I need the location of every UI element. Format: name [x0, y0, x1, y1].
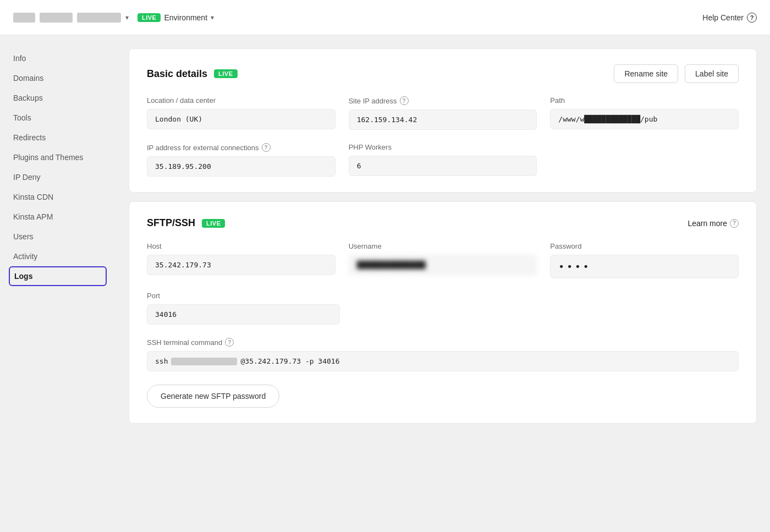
sidebar-item-redirects[interactable]: Redirects [0, 128, 116, 147]
port-label: Port [147, 292, 340, 300]
site-ip-value: 162.159.134.42 [349, 109, 537, 130]
sidebar-item-backups[interactable]: Backups [0, 88, 116, 108]
sidebar-item-users[interactable]: Users [0, 227, 116, 246]
help-center-label: Help Center [702, 13, 744, 22]
environment-selector[interactable]: LIVE Environment ▾ [138, 13, 214, 22]
ssh-command-value: ssh @35.242.179.73 -p 34016 [147, 351, 739, 371]
ssh-command-label: SSH terminal command ? [147, 338, 739, 347]
external-ip-label: IP address for external connections ? [147, 143, 336, 152]
sftp-row3: SSH terminal command ? ssh @35.242.179.7… [147, 338, 739, 371]
topnav-left: ▾ LIVE Environment ▾ [13, 13, 214, 23]
ssh-host-port: @35.242.179.73 -p 34016 [240, 357, 339, 365]
php-workers-field: PHP Workers 6 [349, 143, 537, 177]
sidebar-item-logs[interactable]: Logs [9, 266, 107, 286]
password-dots: •••• [558, 261, 591, 272]
sftp-ssh-card: SFTP/SSH LIVE Learn more ? Host 35.242.1… [129, 201, 757, 424]
site-ip-field: Site IP address ? 162.159.134.42 [349, 96, 537, 130]
external-ip-field: IP address for external connections ? 35… [147, 143, 336, 177]
learn-more-label: Learn more [688, 219, 727, 228]
external-ip-help-icon[interactable]: ? [262, 143, 271, 152]
learn-more-icon: ? [730, 219, 739, 228]
username-field: Username ████████████████ [349, 242, 537, 278]
port-value: 34016 [147, 304, 340, 325]
sftp-row1: Host 35.242.179.73 Username ████████████… [147, 242, 739, 278]
basic-details-live-badge: LIVE [214, 69, 237, 78]
basic-details-header: Basic details LIVE Rename site Label sit… [147, 64, 739, 83]
basic-details-title: Basic details [147, 68, 207, 80]
basic-details-fields-row1: Location / data center London (UK) Site … [147, 96, 739, 130]
port-field: Port 34016 [147, 292, 340, 325]
basic-details-actions: Rename site Label site [614, 64, 739, 83]
sftp-title-group: SFTP/SSH LIVE [147, 217, 225, 229]
password-value: •••• [550, 255, 739, 278]
ssh-prefix: ssh [155, 357, 168, 365]
sidebar-item-kinsta-cdn[interactable]: Kinsta CDN [0, 187, 116, 207]
live-badge-nav: LIVE [138, 13, 161, 22]
help-center-link[interactable]: Help Center ? [702, 13, 757, 23]
page-layout: Info Domains Backups Tools Redirects Plu… [0, 35, 770, 532]
sidebar-item-domains[interactable]: Domains [0, 68, 116, 88]
help-circle-icon: ? [747, 13, 757, 23]
username-value: ████████████████ [349, 255, 537, 275]
logo-block-1 [13, 13, 35, 23]
sftp-row2: Port 34016 [147, 292, 739, 325]
sidebar-item-activity[interactable]: Activity [0, 246, 116, 266]
environment-label: Environment [164, 13, 207, 22]
sftp-title: SFTP/SSH [147, 217, 195, 229]
logo-block-3 [77, 13, 121, 23]
spacer2 [353, 292, 739, 325]
location-field: Location / data center London (UK) [147, 96, 336, 130]
path-label: Path [550, 96, 739, 105]
generate-button-container: Generate new SFTP password [147, 385, 739, 408]
sftp-live-badge: LIVE [202, 219, 225, 228]
logo-chevron-icon[interactable]: ▾ [125, 14, 129, 21]
basic-details-fields-row2: IP address for external connections ? 35… [147, 143, 739, 177]
location-label: Location / data center [147, 96, 336, 105]
logo-block-2 [40, 13, 73, 23]
external-ip-value: 35.189.95.200 [147, 156, 336, 177]
basic-details-card: Basic details LIVE Rename site Label sit… [129, 48, 757, 193]
ssh-command-help-icon[interactable]: ? [225, 338, 234, 347]
username-label: Username [349, 242, 537, 250]
rename-site-button[interactable]: Rename site [614, 64, 678, 83]
path-field: Path /www/w█████████████/pub [550, 96, 739, 130]
label-site-button[interactable]: Label site [685, 64, 739, 83]
sidebar-item-ip-deny[interactable]: IP Deny [0, 167, 116, 187]
sidebar-item-info[interactable]: Info [0, 48, 116, 68]
path-value: /www/w█████████████/pub [550, 109, 739, 129]
sidebar-item-kinsta-apm[interactable]: Kinsta APM [0, 207, 116, 227]
site-ip-label: Site IP address ? [349, 96, 537, 105]
top-navigation: ▾ LIVE Environment ▾ Help Center ? [0, 0, 770, 35]
location-value: London (UK) [147, 109, 336, 129]
basic-details-title-group: Basic details LIVE [147, 68, 238, 80]
password-label: Password [550, 242, 739, 250]
host-label: Host [147, 242, 336, 250]
password-field: Password •••• [550, 242, 739, 278]
learn-more-link[interactable]: Learn more ? [688, 219, 739, 228]
environment-chevron-icon: ▾ [211, 14, 214, 21]
site-ip-help-icon[interactable]: ? [400, 96, 409, 105]
host-value: 35.242.179.73 [147, 255, 336, 275]
host-field: Host 35.242.179.73 [147, 242, 336, 278]
logo-area: ▾ [13, 13, 129, 23]
php-workers-label: PHP Workers [349, 143, 537, 151]
sftp-header: SFTP/SSH LIVE Learn more ? [147, 217, 739, 229]
generate-sftp-password-button[interactable]: Generate new SFTP password [147, 385, 279, 408]
ssh-username-blurred [171, 358, 237, 365]
sidebar-item-tools[interactable]: Tools [0, 108, 116, 128]
main-content: Basic details LIVE Rename site Label sit… [116, 35, 770, 532]
sidebar-item-plugins-themes[interactable]: Plugins and Themes [0, 147, 116, 167]
php-workers-value: 6 [349, 156, 537, 176]
spacer [550, 143, 739, 177]
sidebar: Info Domains Backups Tools Redirects Plu… [0, 35, 116, 532]
